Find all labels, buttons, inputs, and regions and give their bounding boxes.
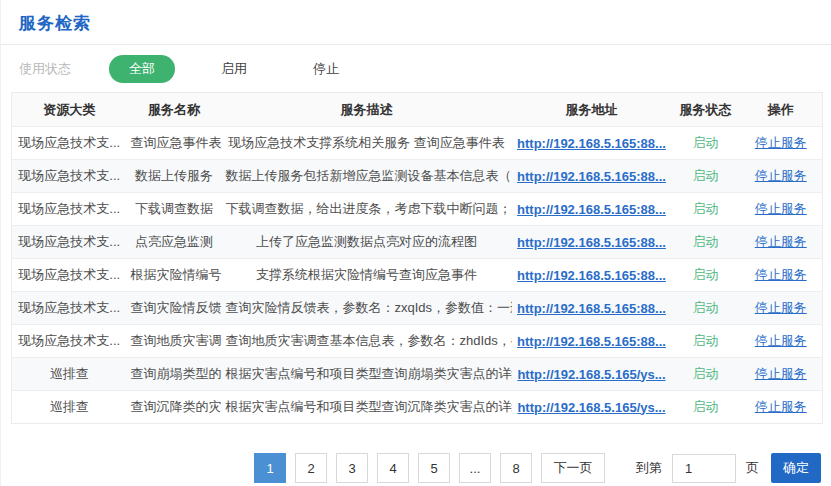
- cell-description: 根据灾害点编号和项目类型查询沉降类灾害点的详细...: [222, 391, 512, 424]
- cell-description: 查询地质灾害调查基本信息表，参数名：zhdIds，参...: [222, 325, 512, 358]
- stop-service-link[interactable]: 停止服务: [755, 168, 807, 183]
- cell-service-name: 查询应急事件表: [127, 127, 222, 160]
- services-table: 资源大类 服务名称 服务描述 服务地址 服务状态 操作 现场应急技术支... 查…: [11, 92, 823, 424]
- page-title: 服务检索: [1, 0, 831, 44]
- service-url-link[interactable]: http://192.168.5.165:88...: [517, 268, 666, 283]
- cell-description: 查询灾险情反馈表，参数名：zxqIds，参数值：一连...: [222, 292, 512, 325]
- col-header-url: 服务地址: [512, 93, 672, 127]
- filter-label: 使用状态: [19, 60, 71, 78]
- stop-service-link[interactable]: 停止服务: [755, 135, 807, 150]
- cell-category: 现场应急技术支...: [12, 160, 127, 193]
- page-button-2[interactable]: 2: [295, 453, 327, 483]
- col-header-description: 服务描述: [222, 93, 512, 127]
- service-url-link[interactable]: http://192.168.5.165:88...: [517, 301, 666, 316]
- table-row: 现场应急技术支... 查询灾险情反馈... 查询灾险情反馈表，参数名：zxqId…: [12, 292, 823, 325]
- cell-service-name: 查询崩塌类型的...: [127, 358, 222, 391]
- table-row: 现场应急技术支... 点亮应急监测 上传了应急监测数据点亮对应的流程图 http…: [12, 226, 823, 259]
- confirm-button[interactable]: 确定: [771, 453, 821, 483]
- service-url-link[interactable]: http://192.168.5.165:88...: [517, 235, 666, 250]
- cell-category: 现场应急技术支...: [12, 325, 127, 358]
- filter-row: 使用状态 全部 启用 停止: [1, 45, 831, 92]
- service-url-link[interactable]: http://192.168.5.165/ys...: [517, 400, 665, 415]
- col-header-category: 资源大类: [12, 93, 127, 127]
- table-row: 巡排查 查询崩塌类型的... 根据灾害点编号和项目类型查询崩塌类灾害点的详细..…: [12, 358, 823, 391]
- cell-category: 现场应急技术支...: [12, 226, 127, 259]
- filter-option-stopped[interactable]: 停止: [293, 55, 359, 83]
- cell-service-name: 根据灾险情编号...: [127, 259, 222, 292]
- table-row: 现场应急技术支... 根据灾险情编号... 支撑系统根据灾险情编号查询应急事件 …: [12, 259, 823, 292]
- status-badge: 启动: [693, 201, 719, 216]
- cell-category: 现场应急技术支...: [12, 127, 127, 160]
- cell-service-name: 数据上传服务: [127, 160, 222, 193]
- stop-service-link[interactable]: 停止服务: [755, 333, 807, 348]
- cell-description: 支撑系统根据灾险情编号查询应急事件: [222, 259, 512, 292]
- cell-description: 根据灾害点编号和项目类型查询崩塌类灾害点的详细...: [222, 358, 512, 391]
- col-header-name: 服务名称: [127, 93, 222, 127]
- col-header-action: 操作: [740, 93, 823, 127]
- page-button-8[interactable]: 8: [500, 453, 532, 483]
- cell-service-name: 下载调查数据: [127, 193, 222, 226]
- cell-description: 现场应急技术支撑系统相关服务 查询应急事件表: [222, 127, 512, 160]
- status-badge: 启动: [693, 135, 719, 150]
- cell-category: 巡排查: [12, 391, 127, 424]
- cell-category: 巡排查: [12, 358, 127, 391]
- status-badge: 启动: [693, 399, 719, 414]
- service-url-link[interactable]: http://192.168.5.165/ys...: [517, 367, 665, 382]
- filter-option-enabled[interactable]: 启用: [201, 55, 267, 83]
- status-badge: 启动: [693, 234, 719, 249]
- cell-service-name: 查询地质灾害调...: [127, 325, 222, 358]
- service-url-link[interactable]: http://192.168.5.165:88...: [517, 202, 666, 217]
- table-row: 现场应急技术支... 下载调查数据 下载调查数据，给出进度条，考虑下载中断问题；…: [12, 193, 823, 226]
- page-button-1[interactable]: 1: [254, 453, 286, 483]
- status-badge: 启动: [693, 168, 719, 183]
- filter-option-all[interactable]: 全部: [109, 55, 175, 83]
- goto-page-input[interactable]: [672, 454, 736, 483]
- stop-service-link[interactable]: 停止服务: [755, 234, 807, 249]
- stop-service-link[interactable]: 停止服务: [755, 399, 807, 414]
- cell-category: 现场应急技术支...: [12, 259, 127, 292]
- goto-page-suffix-label: 页: [746, 459, 759, 477]
- page-button-5[interactable]: 5: [418, 453, 450, 483]
- cell-description: 上传了应急监测数据点亮对应的流程图: [222, 226, 512, 259]
- service-url-link[interactable]: http://192.168.5.165:88...: [517, 169, 666, 184]
- page-button-3[interactable]: 3: [336, 453, 368, 483]
- table-row: 现场应急技术支... 数据上传服务 数据上传服务包括新增应急监测设备基本信息表（…: [12, 160, 823, 193]
- status-badge: 启动: [693, 267, 719, 282]
- cell-category: 现场应急技术支...: [12, 193, 127, 226]
- page-button-4[interactable]: 4: [377, 453, 409, 483]
- stop-service-link[interactable]: 停止服务: [755, 300, 807, 315]
- status-badge: 启动: [693, 333, 719, 348]
- cell-service-name: 查询沉降类的灾...: [127, 391, 222, 424]
- table-row: 现场应急技术支... 查询应急事件表 现场应急技术支撑系统相关服务 查询应急事件…: [12, 127, 823, 160]
- cell-category: 现场应急技术支...: [12, 292, 127, 325]
- service-url-link[interactable]: http://192.168.5.165:88...: [517, 136, 666, 151]
- status-badge: 启动: [693, 366, 719, 381]
- cell-service-name: 点亮应急监测: [127, 226, 222, 259]
- stop-service-link[interactable]: 停止服务: [755, 267, 807, 282]
- cell-description: 下载调查数据，给出进度条，考虑下载中断问题；删...: [222, 193, 512, 226]
- table-row: 现场应急技术支... 查询地质灾害调... 查询地质灾害调查基本信息表，参数名：…: [12, 325, 823, 358]
- status-badge: 启动: [693, 300, 719, 315]
- stop-service-link[interactable]: 停止服务: [755, 201, 807, 216]
- service-url-link[interactable]: http://192.168.5.165:88...: [517, 334, 666, 349]
- pagination: 1 2 3 4 5 ... 8 下一页 到第 页 确定: [254, 453, 831, 483]
- table-header-row: 资源大类 服务名称 服务描述 服务地址 服务状态 操作: [12, 93, 823, 127]
- col-header-status: 服务状态: [672, 93, 740, 127]
- table-row: 巡排查 查询沉降类的灾... 根据灾害点编号和项目类型查询沉降类灾害点的详细..…: [12, 391, 823, 424]
- goto-page-prefix-label: 到第: [636, 459, 662, 477]
- stop-service-link[interactable]: 停止服务: [755, 366, 807, 381]
- page-ellipsis-button[interactable]: ...: [459, 453, 491, 483]
- service-search-panel: 服务检索 使用状态 全部 启用 停止 资源大类 服务名称 服务描述 服务地址 服…: [0, 0, 831, 486]
- cell-service-name: 查询灾险情反馈...: [127, 292, 222, 325]
- cell-description: 数据上传服务包括新增应急监测设备基本信息表（YJB...: [222, 160, 512, 193]
- next-page-button[interactable]: 下一页: [541, 453, 605, 483]
